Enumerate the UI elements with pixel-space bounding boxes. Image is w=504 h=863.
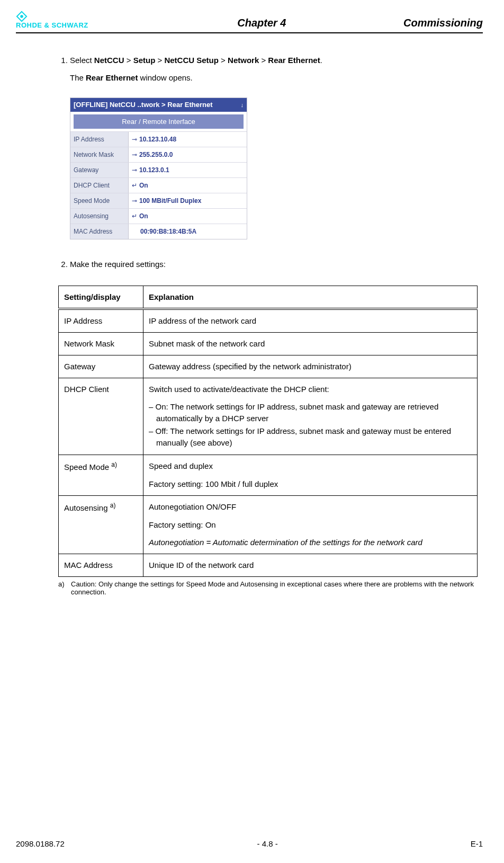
table-row: Network Mask Subnet mask of the network …	[59, 333, 478, 355]
field-label: Gateway	[70, 163, 129, 177]
field-value: ↵On	[129, 209, 247, 224]
footer-center: - 4.8 -	[257, 839, 278, 848]
field-value: ⊸255.255.0.0	[129, 147, 247, 162]
footnote-text: Caution: Only change the settings for Sp…	[71, 580, 478, 596]
cell-setting: DHCP Client	[59, 378, 143, 455]
field-label: MAC Address	[70, 224, 129, 239]
enter-icon: ↵	[132, 182, 137, 189]
field-label: Network Mask	[70, 147, 129, 162]
field-label: DHCP Client	[70, 178, 129, 193]
value-text: On	[139, 182, 148, 189]
chapter-label: Chapter 4	[120, 17, 403, 29]
logo: ROHDE & SCHWARZ	[16, 11, 88, 29]
content: Select NetCCU > Setup > NetCCU Setup > N…	[16, 55, 483, 596]
text: Autosensing	[64, 503, 110, 512]
cell-explanation: Switch used to activate/deactivate the D…	[143, 378, 478, 455]
cell-explanation: IP address of the network card	[143, 310, 478, 333]
cell-setting: Autosensing a)	[59, 495, 143, 554]
value-text: 255.255.0.0	[139, 151, 173, 158]
svg-point-1	[20, 15, 23, 18]
cell-setting: Gateway	[59, 355, 143, 378]
nav-path-part: Rear Ethernet	[268, 56, 320, 65]
settings-table: Setting/display Explanation IP Address I…	[58, 286, 478, 577]
text: >	[155, 56, 164, 65]
field-value: ↵On	[129, 178, 247, 193]
field-label: Speed Mode	[70, 193, 129, 208]
value-text: 10.123.10.48	[139, 136, 176, 143]
field-value: ⊸10.123.10.48	[129, 132, 247, 147]
field-row-mac: MAC Address 00:90:B8:18:4B:5A	[70, 224, 247, 239]
value-text: On	[139, 212, 148, 220]
cell-setting: Speed Mode a)	[59, 455, 143, 496]
value-text: 100 MBit/Full Duplex	[139, 197, 201, 204]
footnote-ref: a)	[110, 502, 116, 509]
list-item: On: The network settings for IP address,…	[156, 401, 472, 424]
enter-icon: ↵	[132, 212, 137, 220]
text: Select	[70, 56, 94, 65]
logo-text: ROHDE & SCHWARZ	[16, 21, 88, 29]
cell-explanation: Speed and duplex Factory setting: 100 Mb…	[143, 455, 478, 496]
field-label: Autosensing	[70, 209, 129, 224]
text: The	[70, 73, 86, 82]
nav-path-part: NetCCU Setup	[164, 56, 219, 65]
table-row: IP Address IP address of the network car…	[59, 310, 478, 333]
section-title: Commissioning	[403, 17, 483, 29]
table-row: MAC Address Unique ID of the network car…	[59, 554, 478, 577]
col-setting: Setting/display	[59, 286, 143, 308]
screenshot-panel: [OFFLINE] NetCCU ..twork > Rear Ethernet…	[70, 97, 247, 239]
table-row: DHCP Client Switch used to activate/deac…	[59, 378, 478, 455]
page-footer: 2098.0188.72 - 4.8 - E-1	[16, 839, 483, 848]
footer-right: E-1	[471, 839, 483, 848]
header-rule	[16, 32, 483, 33]
step-1-sub: The Rear Ethernet window opens.	[70, 72, 478, 84]
table-row: Speed Mode a) Speed and duplex Factory s…	[59, 455, 478, 496]
logo-icon	[16, 11, 28, 22]
nav-path-part: Setup	[133, 56, 156, 65]
field-value: ⊸100 MBit/Full Duplex	[129, 193, 247, 208]
nav-path-part: Network	[228, 56, 259, 65]
link-icon: ⊸	[132, 136, 137, 143]
field-row-gateway: Gateway ⊸10.123.0.1	[70, 162, 247, 177]
step-2: Make the required settings:	[70, 259, 478, 271]
cell-explanation: Subnet mask of the network card	[143, 333, 478, 355]
cell-explanation: Gateway address (specified by the networ…	[143, 355, 478, 378]
text: >	[259, 56, 268, 65]
col-explanation: Explanation	[143, 286, 478, 308]
value-text: 10.123.0.1	[139, 166, 169, 174]
cell-explanation: Autonegotiation ON/OFF Factory setting: …	[143, 495, 478, 554]
text: Make the required settings:	[70, 260, 166, 269]
option-list: On: The network settings for IP address,…	[149, 401, 472, 448]
footnote-ref: a)	[111, 461, 117, 468]
field-row-ip: IP Address ⊸10.123.10.48	[70, 131, 247, 147]
text: Speed Mode	[64, 462, 111, 471]
cell-setting: Network Mask	[59, 333, 143, 355]
window-title: [OFFLINE] NetCCU ..twork > Rear Ethernet	[74, 100, 213, 110]
table-row: Gateway Gateway address (specified by th…	[59, 355, 478, 378]
para: Switch used to activate/deactivate the D…	[149, 384, 472, 395]
footer-left: 2098.0188.72	[16, 839, 65, 848]
field-row-autosensing: Autosensing ↵On	[70, 208, 247, 224]
dropdown-icon: ↓	[241, 101, 244, 110]
field-label: IP Address	[70, 132, 129, 147]
field-value: 00:90:B8:18:4B:5A	[129, 224, 247, 239]
table-header-row: Setting/display Explanation	[59, 286, 478, 308]
field-value: ⊸10.123.0.1	[129, 163, 247, 177]
para: Autonegotiation ON/OFF	[149, 501, 472, 513]
cell-explanation: Unique ID of the network card	[143, 554, 478, 577]
para: Factory setting: On	[149, 519, 472, 531]
link-icon: ⊸	[132, 197, 137, 204]
field-row-mask: Network Mask ⊸255.255.0.0	[70, 147, 247, 162]
list-item: Off: The network settings for IP address…	[156, 425, 472, 449]
text: window opens.	[138, 73, 192, 82]
table-row: Autosensing a) Autonegotiation ON/OFF Fa…	[59, 495, 478, 554]
para: Speed and duplex	[149, 460, 472, 472]
page-header: ROHDE & SCHWARZ Chapter 4 Commissioning	[16, 11, 483, 31]
text: >	[124, 56, 133, 65]
text: .	[320, 56, 322, 65]
cell-setting: MAC Address	[59, 554, 143, 577]
field-row-dhcp: DHCP Client ↵On	[70, 177, 247, 193]
text: >	[219, 56, 228, 65]
link-icon: ⊸	[132, 151, 137, 158]
para: Factory setting: 100 Mbit / full duplex	[149, 478, 472, 490]
panel-heading: Rear / Remote Interface	[74, 114, 244, 130]
